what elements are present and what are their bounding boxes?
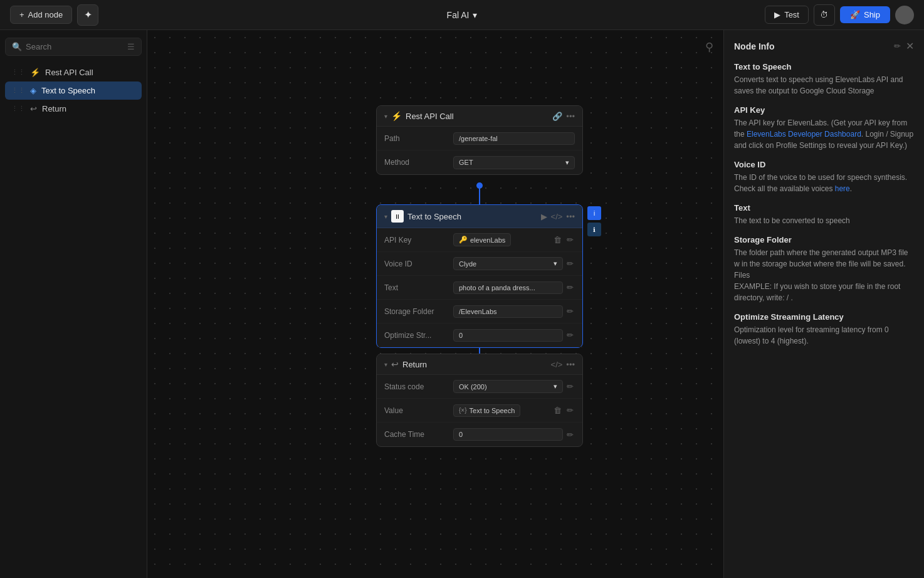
return-variable-badge: {×} Text to Speech [453,404,520,417]
edit-icon[interactable]: ✏ [565,234,575,246]
sidebar-item-label: Rest API Call [45,68,93,77]
search-input[interactable] [26,42,123,51]
voices-here-link[interactable]: here [835,184,850,193]
ship-button[interactable]: 🚀 Ship [840,6,890,23]
status-dropdown[interactable]: OK (200) ▾ [453,380,563,393]
panel-storage-desc: The folder path where the generated outp… [734,247,914,303]
more-icon[interactable]: ••• [566,360,575,369]
panel-api-key-text: The API key for ElevenLabs. (Get your AP… [734,117,914,151]
add-node-button[interactable]: + Add node [10,6,72,24]
play-icon: ▶ [774,10,780,19]
method-text: GET [459,159,473,166]
rest-api-icon: ⚡ [391,111,402,121]
play-btn-icon[interactable]: ▶ [541,212,547,221]
node-header-right: ▶ </> ••• [541,212,575,221]
test-label: Test [784,10,799,19]
voice-id-actions: ✏ [565,258,575,270]
close-panel-icon[interactable]: ✕ [906,40,914,52]
history-button[interactable]: ⏱ [814,4,835,26]
app-title: Fal AI [447,10,470,20]
elevenlabs-dashboard-link[interactable]: ElevenLabs Developer Dashboard [747,130,861,139]
chevron-down-icon: ▾ [554,382,557,391]
voice-id-text: Clyde [459,260,476,268]
add-node-label: Add node [28,10,63,19]
magic-wand-button[interactable]: ✦ [77,4,98,26]
collapse-arrow-icon[interactable]: ▾ [384,361,387,368]
collapse-arrow-icon[interactable]: ▾ [384,213,387,220]
test-button[interactable]: ▶ Test [765,6,809,24]
code-icon[interactable]: </> [551,360,563,369]
optimize-label: Optimize Str... [384,331,453,340]
more-icon[interactable]: ••• [566,112,575,121]
value-value: {×} Text to Speech [453,404,550,417]
pin-icon[interactable]: ⚲ [705,40,713,54]
api-key-actions: 🗑 ✏ [552,234,575,246]
node-header-left: ▾ ⚡ Rest API Call [384,111,454,121]
dropdown-chevron-icon[interactable]: ▾ [473,10,477,20]
panel-api-key-title: API Key [734,105,914,115]
rest-api-call-node-header: ▾ ⚡ Rest API Call 🔗 ••• [377,106,582,127]
voice-id-dropdown[interactable]: Clyde ▾ [453,257,563,270]
edit-icon[interactable]: ✏ [565,381,575,392]
panel-optimize-desc: Optimization level for streaming latency… [734,324,914,347]
value-label: Value [384,406,453,415]
text-actions: ✏ [565,281,575,293]
sidebar-item-label: Text to Speech [41,86,95,95]
more-icon[interactable]: ••• [566,212,575,221]
chevron-down-icon: ▾ [565,159,569,167]
method-dropdown[interactable]: GET ▾ [453,156,575,169]
avatar[interactable] [895,6,914,24]
return-cache-field: Cache Time 0 ✏ [377,423,582,446]
history-icon: ⏱ [820,10,828,19]
api-key-value: 🔑 elevenLabs [453,233,550,246]
node-info-2-side-button[interactable]: ℹ [587,223,601,236]
tts-storage-field: Storage Folder /ElevenLabs ✏ [377,300,582,323]
node-side-buttons: i ℹ [587,205,601,236]
rest-api-call-icon: ⚡ [30,68,40,77]
status-label: Status code [384,382,453,391]
pause-icon[interactable]: ⏸ [391,210,404,223]
panel-voice-id-text: The ID of the voice to be used for speec… [734,172,914,194]
return-value-field: Value {×} Text to Speech 🗑 ✏ [377,399,582,423]
api-key-text: elevenLabs [470,236,505,244]
link-icon[interactable]: 🔗 [552,112,562,121]
search-box[interactable]: 🔍 ☰ [5,38,142,56]
sidebar-item-rest-api-call[interactable]: ⋮⋮ ⚡ Rest API Call [5,63,142,81]
panel-text-title: Text [734,203,914,213]
delete-icon[interactable]: 🗑 [552,234,563,246]
path-label: Path [384,134,453,143]
node-header-right: 🔗 ••• [552,112,575,121]
sidebar-item-return[interactable]: ⋮⋮ ↩ Return [5,100,142,118]
panel-section-api-key: API Key The API key for ElevenLabs. (Get… [734,105,914,151]
storage-value: /ElevenLabs [453,305,563,318]
edit-icon[interactable]: ✏ [565,305,575,317]
node-info-side-button[interactable]: i [587,206,601,220]
return-icon: ↩ [391,359,399,369]
sidebar-item-text-to-speech[interactable]: ⋮⋮ ◈ Text to Speech [5,81,142,100]
edit-icon[interactable]: ✏ [565,258,575,270]
voice-id-value: Clyde ▾ [453,257,563,270]
optimize-actions: ✏ [565,329,575,341]
code-icon[interactable]: </> [551,212,563,221]
list-icon: ☰ [127,42,135,51]
main-layout: 🔍 ☰ ⋮⋮ ⚡ Rest API Call ⋮⋮ ◈ Text to Spee… [0,30,924,578]
edit-icon[interactable]: ✏ [565,404,575,416]
edit-icon[interactable]: ✏ [565,329,575,341]
rocket-icon: 🚀 [850,10,860,19]
text-to-speech-icon: ◈ [30,86,36,95]
text-to-speech-node-title: Text to Speech [407,212,461,221]
tts-api-key-field: API Key 🔑 elevenLabs 🗑 ✏ [377,228,582,252]
rest-api-call-node: ▾ ⚡ Rest API Call 🔗 ••• Path /generate-f… [376,105,583,175]
topbar: + Add node ✦ Fal AI ▾ ▶ Test ⏱ 🚀 Ship [0,0,924,30]
panel-main-desc: Converts text to speech using ElevenLabs… [734,74,914,97]
return-node-header: ▾ ↩ Return </> ••• [377,354,582,375]
return-node: ▾ ↩ Return </> ••• Status code OK (200) … [376,354,583,447]
delete-icon[interactable]: 🗑 [552,404,563,416]
drag-handle-icon: ⋮⋮ [11,105,25,113]
edit-panel-icon[interactable]: ✏ [894,41,901,51]
collapse-arrow-icon[interactable]: ▾ [384,113,387,120]
edit-icon[interactable]: ✏ [565,281,575,293]
panel-voice-id-title: Voice ID [734,160,914,169]
edit-icon[interactable]: ✏ [565,429,575,441]
drag-handle-icon: ⋮⋮ [11,87,25,95]
